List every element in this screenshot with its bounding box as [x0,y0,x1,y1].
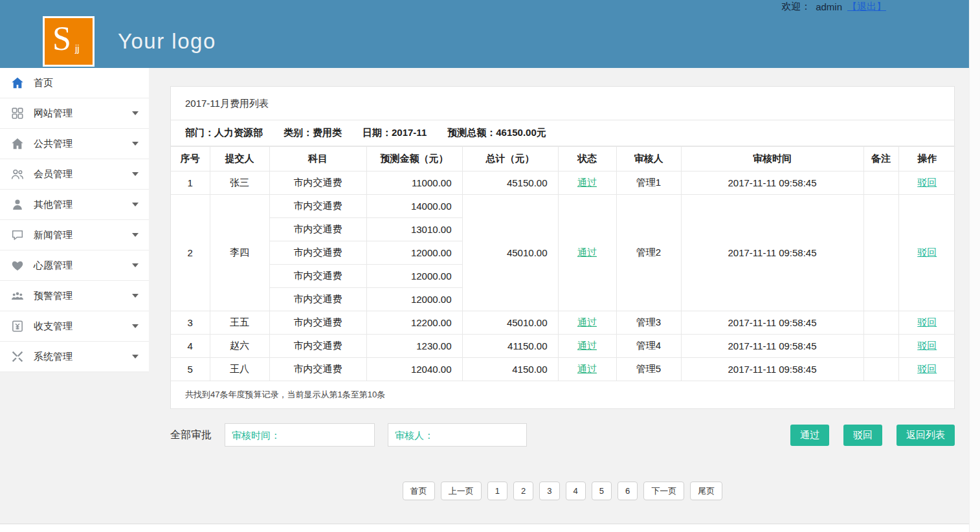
column-header: 审核时间 [681,147,863,172]
reject-link[interactable]: 驳回 [917,340,937,351]
audit-time-cell: 2017-11-11 09:58:45 [681,195,863,311]
footer-bar [0,524,969,532]
amount-cell: 13010.00 [366,218,462,241]
subject-cell: 市内交通费 [269,218,366,241]
chevron-down-icon [132,172,139,176]
subject-cell: 市内交通费 [269,172,366,195]
page-button-4[interactable]: 4 [566,482,586,500]
table-row: 4赵六市内交通费1230.0041150.00通过管理42017-11-11 0… [171,335,955,358]
page-button-3[interactable]: 3 [539,482,559,500]
filter-total: 预测总额：46150.00元 [447,127,546,139]
total-cell: 45010.00 [462,311,558,335]
body-wrap: 首页网站管理公共管理会员管理其他管理新闻管理心愿管理预警管理收支管理系统管理 2… [0,68,969,524]
submitter-cell: 王五 [210,311,269,335]
status-link[interactable]: 通过 [577,316,597,327]
auditor-cell: 管理1 [616,172,681,195]
page-button-2[interactable]: 2 [513,482,533,500]
total-cell: 41150.00 [462,335,558,358]
page-button-1[interactable]: 1 [487,482,507,500]
sidebar-item-site[interactable]: 网站管理 [0,98,149,129]
action-cell: 驳回 [898,172,955,195]
sidebar-item-label: 网站管理 [34,107,72,120]
filter-label: 部门： [185,127,214,138]
back-to-list-button[interactable]: 返回列表 [896,425,955,446]
page-button-last[interactable]: 尾页 [690,482,722,500]
sidebar-item-label: 公共管理 [34,138,72,150]
scrollbar[interactable] [969,0,980,532]
auditor-cell: 管理4 [616,335,681,358]
brand: S jj Your logo [43,16,216,67]
username: admin [816,1,842,12]
action-cell: 驳回 [898,195,955,311]
logo-sub-letters: jj [75,43,80,54]
sidebar-item-wish[interactable]: 心愿管理 [0,250,149,281]
submitter-cell: 张三 [210,172,269,195]
filter-value: 46150.00元 [496,127,546,138]
expense-panel: 2017-11月费用列表 部门：人力资源部类别：费用类日期：2017-11预测总… [170,86,955,409]
crowd-icon [10,289,25,303]
audit-time-input[interactable] [225,423,375,447]
logo-letter: S [52,19,71,58]
logout-link[interactable]: 【退出】 [847,1,886,13]
row-number-cell: 4 [171,335,210,358]
subject-cell: 市内交通费 [269,311,366,335]
amount-cell: 14000.00 [366,195,462,218]
sidebar-item-home[interactable]: 首页 [0,68,149,98]
approve-button[interactable]: 通过 [790,425,829,446]
sidebar-item-other[interactable]: 其他管理 [0,190,149,220]
filter-label: 类别： [284,127,313,138]
status-cell: 通过 [558,335,616,358]
sidebar-item-system[interactable]: 系统管理 [0,342,149,372]
reject-link[interactable]: 驳回 [917,177,937,188]
status-link[interactable]: 通过 [577,340,597,351]
sidebar-item-warning[interactable]: 预警管理 [0,281,149,311]
sidebar-item-news[interactable]: 新闻管理 [0,220,149,250]
sidebar-item-members[interactable]: 会员管理 [0,159,149,190]
sidebar-item-label: 收支管理 [34,320,72,333]
status-link[interactable]: 通过 [577,177,597,188]
total-cell: 4150.00 [462,358,558,381]
logo-box: S jj [45,18,93,65]
approval-label: 全部审批 [170,428,212,442]
expense-table: 序号提交人科目预测金额（元）总计（元）状态审核人审核时间备注操作 1张三市内交通… [171,146,955,381]
status-link[interactable]: 通过 [577,247,597,258]
page-button-5[interactable]: 5 [592,482,612,500]
action-cell: 驳回 [898,311,955,335]
summary-text: 共找到47条年度预算记录，当前显示从第1条至第10条 [171,381,954,408]
filter-date: 日期：2017-11 [362,127,427,139]
sidebar-item-finance[interactable]: 收支管理 [0,311,149,342]
auditor-input[interactable] [388,423,527,447]
subject-cell: 市内交通费 [269,195,366,218]
chevron-down-icon [132,203,139,206]
reject-button[interactable]: 驳回 [843,425,882,446]
column-header: 状态 [558,147,616,172]
column-header: 预测金额（元） [366,147,462,172]
column-header: 审核人 [616,147,681,172]
remark-cell [863,195,898,311]
approval-bar: 全部审批 通过驳回返回列表 [170,423,955,447]
reject-link[interactable]: 驳回 [917,316,937,327]
page-button-first[interactable]: 首页 [403,482,435,500]
subject-cell: 市内交通费 [269,265,366,288]
tools-icon [10,349,25,364]
sidebar-item-label: 系统管理 [34,351,72,363]
row-number-cell: 3 [171,311,210,335]
home-icon [10,76,25,90]
table-row: 3王五市内交通费12200.0045010.00通过管理32017-11-11 … [171,311,955,335]
reject-link[interactable]: 驳回 [917,247,937,258]
chevron-down-icon [132,294,139,298]
filter-label: 预测总额： [447,127,496,138]
page-button-prev[interactable]: 上一页 [441,482,482,500]
column-header: 总计（元） [462,147,558,172]
heart-icon [10,258,25,272]
status-link[interactable]: 通过 [577,363,597,374]
filter-value: 人力资源部 [214,127,263,138]
page-button-6[interactable]: 6 [618,482,638,500]
remark-cell [863,335,898,358]
logo: S jj [43,16,95,67]
page-button-next[interactable]: 下一页 [643,482,684,500]
row-number-cell: 5 [171,358,210,381]
sidebar-item-public[interactable]: 公共管理 [0,129,149,159]
sidebar-item-label: 首页 [34,77,53,89]
reject-link[interactable]: 驳回 [917,363,937,374]
